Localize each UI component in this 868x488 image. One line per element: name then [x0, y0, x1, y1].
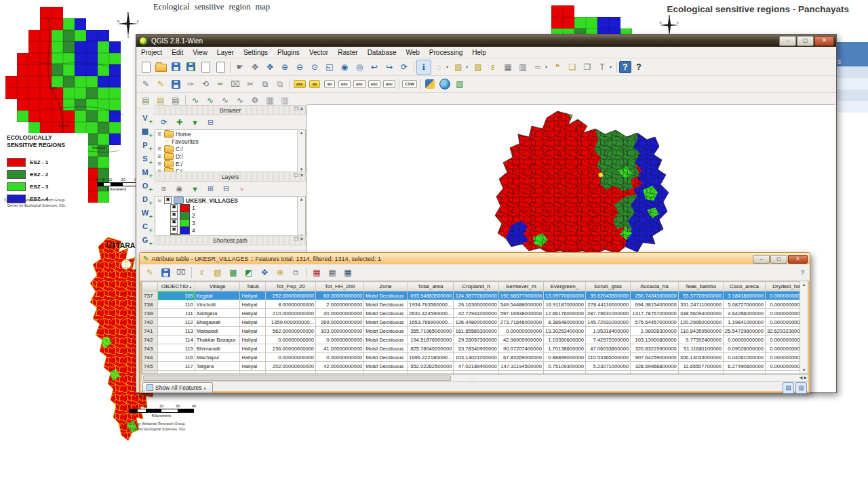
class-checkbox[interactable]: ✖ [170, 219, 178, 226]
menu-vector[interactable]: Vector [304, 49, 333, 56]
cell[interactable]: 1359.000000000... [266, 318, 316, 327]
menu-edit[interactable]: Edit [167, 49, 188, 56]
cell[interactable]: 576.64457000000 [631, 318, 678, 327]
attr-copy-selection-icon[interactable]: ⧉ [288, 265, 303, 280]
vertical-scrollbar[interactable]: ▲ ▼ [800, 281, 808, 373]
identify-features-icon[interactable]: ℹ [416, 60, 431, 75]
form-view-toggle[interactable]: ▥ [795, 382, 807, 394]
cell[interactable]: Moist Deciduous [364, 309, 408, 318]
cell[interactable]: Moist Deciduous [364, 344, 408, 353]
map-tips-icon[interactable]: ❝ [550, 60, 565, 75]
cell[interactable]: 41.00000000000 [316, 344, 364, 353]
dropdown-icon[interactable]: ▾ [466, 64, 471, 69]
cell[interactable]: 13.09770600000 [543, 291, 585, 300]
cell[interactable]: 110.84359500000 [678, 327, 723, 336]
cell[interactable]: 124.38772600000 [454, 291, 498, 300]
cell[interactable]: 0.00000000000 [266, 353, 316, 362]
cell[interactable]: 269.00000000000 [316, 318, 364, 327]
cell[interactable]: 597.16938000000 [498, 309, 543, 318]
cell[interactable]: Moist Deciduous [364, 353, 408, 362]
add-oracle-layer-icon[interactable]: O [138, 180, 152, 191]
layer-class-1[interactable]: ✖1 [155, 204, 305, 211]
cell[interactable]: 40.00000000000 [316, 309, 364, 318]
column-header-objectid[interactable]: OBJECTID▴ [158, 282, 195, 291]
scroll-up-icon[interactable]: ▲ [802, 283, 806, 287]
attr-field-calculator-icon[interactable]: ▦ [340, 265, 355, 280]
cell[interactable]: Haliyal [240, 309, 266, 318]
menu-raster[interactable]: Raster [333, 49, 362, 56]
cell[interactable]: Moist Deciduous [364, 336, 408, 344]
cell[interactable]: 348.56094000000 [678, 309, 723, 318]
remove-layer-icon[interactable]: ▫ [235, 182, 248, 195]
metasearch-csw-icon[interactable]: CSW [401, 77, 418, 92]
refresh-map-icon[interactable]: ⟳ [397, 60, 412, 75]
cell[interactable]: Haliyal [240, 300, 266, 309]
attr-select-by-expression-icon[interactable]: ε [195, 265, 210, 280]
add-raster-layer-icon[interactable]: ▦ [138, 125, 152, 137]
add-group-icon[interactable]: ⧈ [157, 182, 170, 195]
node-tool-icon[interactable]: ✑ [183, 77, 198, 92]
shortest-path-header[interactable]: Shortest path ❐✕ [155, 235, 306, 245]
float-panel-icon[interactable]: ❐ [294, 106, 298, 112]
column-header-teak_bambo[interactable]: Teak_bambo [678, 282, 723, 291]
cell[interactable]: Haliyal [240, 344, 266, 353]
row-number[interactable]: 740 [142, 318, 158, 327]
cell[interactable]: 0.00000000000 [498, 327, 543, 336]
cell[interactable]: Haliyal [240, 318, 266, 327]
filter-legend-icon[interactable]: ▼ [189, 182, 201, 195]
cell[interactable]: 355.71965000000 [408, 327, 454, 336]
row-number[interactable]: 741 [142, 327, 158, 336]
close-panel-icon[interactable]: ✕ [300, 237, 304, 242]
cell[interactable]: 273.71646000000 [498, 318, 543, 327]
cell[interactable]: 0.00000000000 [723, 336, 765, 344]
label-rotate-icon[interactable]: abc [367, 77, 382, 92]
layers-panel-header[interactable]: Layers ❐✕ [155, 171, 306, 182]
pan-to-selection-icon[interactable]: ✥ [262, 60, 277, 75]
cell[interactable]: 12.66176000000 [543, 309, 585, 318]
cell[interactable]: Tatgera [195, 362, 240, 371]
toggle-editing-icon[interactable]: ✎ [153, 77, 168, 92]
browser-collapse-icon[interactable]: ⊟ [204, 116, 217, 129]
row-number[interactable]: 744 [142, 353, 158, 362]
close-button[interactable]: ✕ [788, 255, 808, 264]
cell[interactable]: 42.00000000000 [316, 362, 364, 371]
table-row[interactable]: 741113MalawadiHaliyal562.00000000000103.… [142, 327, 808, 336]
zoom-to-selection-icon[interactable]: ◉ [337, 60, 352, 75]
zoom-out-icon[interactable]: ⊖ [292, 60, 307, 75]
menu-processing[interactable]: Processing [425, 49, 467, 56]
column-header-tot_pop_20[interactable]: Tot_Pop_20 [266, 282, 316, 291]
cell[interactable]: 202.00000000000 [266, 362, 316, 371]
cell[interactable]: 120.29950000000 [678, 318, 723, 327]
column-header-accacia_ha[interactable]: Accacia_ha [631, 282, 678, 291]
column-header-tot_hh_200[interactable]: Tot_HH_200 [316, 282, 364, 291]
cell[interactable]: 320.83219900000 [631, 344, 678, 353]
cell[interactable]: 9.77392400000 [678, 336, 723, 344]
menu-help[interactable]: Help [467, 49, 491, 56]
cell[interactable]: 278.44110000000 [585, 300, 630, 309]
column-header-taluk[interactable]: Taluk [240, 282, 266, 291]
column-header-cropland_h[interactable]: Cropland_h [454, 282, 498, 291]
cell[interactable]: 0.75109300000 [543, 362, 585, 371]
cell[interactable]: 236.00000000000 [266, 344, 316, 353]
cell[interactable]: 1.19350600000 [543, 336, 585, 344]
cell[interactable]: 8.00000000000 [266, 300, 316, 309]
label-settings-icon[interactable]: abc [292, 77, 307, 92]
expand-icon[interactable]: ⊞ [157, 146, 162, 151]
cell[interactable]: 0.00000000000 [316, 353, 364, 362]
cell[interactable]: 1653.766900000... [408, 318, 454, 327]
zoom-full-icon[interactable]: ◱ [322, 60, 337, 75]
maximize-button[interactable]: ▢ [770, 255, 787, 264]
map-plugin-icon[interactable]: ▧ [452, 77, 467, 92]
dropdown-icon[interactable]: ▾ [610, 64, 614, 69]
cell[interactable]: Haliyal [240, 353, 266, 362]
field-calculator-icon[interactable]: ▥ [515, 60, 530, 75]
layer-group-ukesr-villages[interactable]: ⊟✖UKESR_VILLAGES [155, 197, 305, 204]
cell[interactable]: 0.88899000000 [543, 353, 585, 362]
cell[interactable]: 42.72941000000 [454, 309, 498, 318]
cell[interactable]: 115 [158, 344, 195, 353]
collapse-all-icon[interactable]: ⊟ [220, 182, 233, 195]
add-postgis-layer-icon[interactable]: P [138, 139, 152, 150]
float-panel-icon[interactable]: ❐ [294, 173, 298, 178]
scroll-right-icon[interactable]: ▶ [804, 375, 807, 380]
text-annotation-icon[interactable]: T [595, 60, 610, 75]
